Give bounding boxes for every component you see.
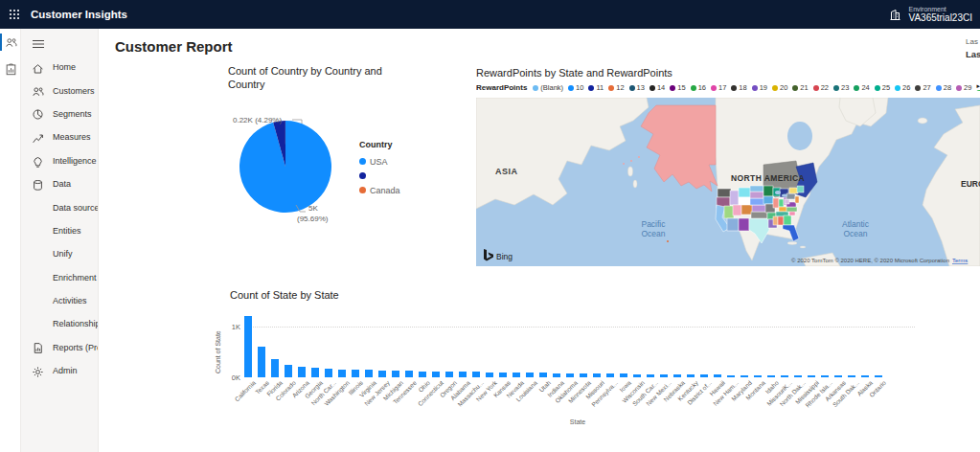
bar-mississippi[interactable] xyxy=(808,375,815,377)
sidebar-item-entities[interactable]: Entities xyxy=(21,219,99,242)
bar-michigan[interactable] xyxy=(392,371,399,377)
sidebar-item-customers[interactable]: Customers xyxy=(21,79,99,102)
bar-nebraska[interactable] xyxy=(673,374,681,377)
bar-massachu[interactable] xyxy=(472,372,480,377)
environment-picker[interactable]: Environment VA365trial23CI xyxy=(889,0,972,29)
map-legend-item-blank[interactable]: (Blank) xyxy=(533,83,563,92)
bing-logo-text: Bing xyxy=(496,252,513,261)
pie-chart[interactable]: 0.22K (4.29%) 5K (95.69%) xyxy=(204,105,453,235)
bar-oklahoma[interactable] xyxy=(566,373,574,377)
map-legend-item-29[interactable]: 29 xyxy=(956,83,971,92)
sidebar-item-reports-preview[interactable]: Reports (Preview) xyxy=(21,336,99,359)
bar-washington[interactable] xyxy=(338,370,346,377)
bar-pennsylva[interactable] xyxy=(606,373,614,377)
map-legend-item-21[interactable]: 21 xyxy=(792,83,808,92)
bar-kentucky[interactable] xyxy=(687,374,695,377)
map-legend-item-17[interactable]: 17 xyxy=(711,83,726,92)
bar-idaho[interactable] xyxy=(767,375,775,377)
bar-rhode-isla[interactable] xyxy=(821,375,829,377)
sidebar-item-relationships[interactable]: Relationships xyxy=(21,312,99,335)
bar-north-car[interactable] xyxy=(325,369,332,377)
pie-legend-item-canada[interactable]: Canada xyxy=(359,183,400,197)
bar-south-dak[interactable] xyxy=(848,375,855,377)
bar-alaska[interactable] xyxy=(861,375,869,377)
bar-texas[interactable] xyxy=(258,347,265,377)
map-legend-item-14[interactable]: 14 xyxy=(650,83,665,92)
sidebar-item-admin[interactable]: Admin xyxy=(21,359,99,382)
sidebar-item-unify[interactable]: Unify xyxy=(21,242,99,265)
map-legend-item-24[interactable]: 24 xyxy=(854,83,869,92)
pie-legend-item-blank[interactable] xyxy=(359,169,400,183)
bar-district-of[interactable] xyxy=(700,374,708,377)
bar-chart-plot-area[interactable] xyxy=(244,316,905,377)
bar-california[interactable] xyxy=(244,316,252,377)
map-terms-link[interactable]: Terms xyxy=(952,258,968,263)
bar-colorado[interactable] xyxy=(285,365,292,377)
bar-arizona[interactable] xyxy=(298,367,306,377)
bar-missourik[interactable] xyxy=(781,375,788,377)
bar-new-mexi[interactable] xyxy=(660,374,668,377)
bar-minnesota[interactable] xyxy=(580,373,587,377)
bar-maryland[interactable] xyxy=(741,375,748,377)
bar-utah[interactable] xyxy=(539,373,547,377)
map-legend-item-19[interactable]: 19 xyxy=(752,83,767,92)
bar-montana[interactable] xyxy=(754,375,762,377)
bar-illinois[interactable] xyxy=(352,370,359,377)
bar-north-dak[interactable] xyxy=(794,375,802,377)
map-point-hawaii[interactable] xyxy=(667,240,669,242)
map-legend-item-10[interactable]: 10 xyxy=(568,83,583,92)
map-legend-item-16[interactable]: 16 xyxy=(691,83,706,92)
map-label-north-america: NORTH AMERICA xyxy=(731,173,805,183)
map-legend-item-28[interactable]: 28 xyxy=(936,83,951,92)
bar-indiana[interactable] xyxy=(553,373,560,377)
map-legend-item-13[interactable]: 13 xyxy=(629,83,645,92)
bar-virginia[interactable] xyxy=(365,370,373,377)
bar-louisiana[interactable] xyxy=(526,373,534,377)
bar-iowa[interactable] xyxy=(620,373,627,377)
pie-slice-usa[interactable] xyxy=(239,121,331,213)
map-legend-item-15[interactable]: 15 xyxy=(670,83,685,92)
map-legend-scroll-arrow-icon[interactable]: ▸ xyxy=(973,82,980,90)
sidebar-item-data[interactable]: Data xyxy=(21,172,99,195)
map-legend-item-23[interactable]: 23 xyxy=(833,83,849,92)
app-launcher-waffle-icon[interactable] xyxy=(0,0,29,29)
bar-south-car[interactable] xyxy=(647,374,654,377)
bar-ohio[interactable] xyxy=(419,372,426,377)
bar-new-ham[interactable] xyxy=(727,375,735,377)
sidebar-item-intelligence[interactable]: Intelligence xyxy=(21,149,99,172)
sidebar-item-activities[interactable]: Activities xyxy=(21,289,99,312)
bar-hawaii[interactable] xyxy=(714,374,721,377)
bar-alabama[interactable] xyxy=(459,372,467,377)
bar-tennessee[interactable] xyxy=(405,371,413,377)
bar-connecticut[interactable] xyxy=(432,372,440,377)
map-legend-item-20[interactable]: 20 xyxy=(772,83,787,92)
bar-missouri[interactable] xyxy=(593,373,601,377)
sidebar-item-home[interactable]: Home xyxy=(21,56,99,79)
bar-oregon[interactable] xyxy=(445,372,453,377)
map-legend-item-27[interactable]: 27 xyxy=(915,83,930,92)
rail-item-analytics[interactable] xyxy=(0,56,21,82)
map-legend-item-11[interactable]: 11 xyxy=(588,83,604,92)
bar-arkansas[interactable] xyxy=(834,375,842,377)
rail-item-customers[interactable] xyxy=(0,29,21,56)
map-legend-item-12[interactable]: 12 xyxy=(608,83,624,92)
bar-wisconsin[interactable] xyxy=(633,374,641,377)
sidebar-item-measures[interactable]: Measures xyxy=(21,125,99,148)
pie-legend-item-usa[interactable]: USA xyxy=(359,154,400,169)
bar-ontario[interactable] xyxy=(875,375,882,377)
sidebar-item-segments[interactable]: Segments xyxy=(21,102,99,125)
bar-florida[interactable] xyxy=(271,359,279,377)
bar-new-york[interactable] xyxy=(486,373,493,377)
map-legend-item-22[interactable]: 22 xyxy=(813,83,829,92)
bar-new-jersey[interactable] xyxy=(378,371,386,377)
sidebar-item-enrichment[interactable]: Enrichment xyxy=(21,266,99,289)
bar-georgia[interactable] xyxy=(311,368,319,377)
world-map[interactable]: ASIA NORTH AMERICA EURO Pacific Ocean At… xyxy=(476,98,980,266)
sidebar-collapse-hamburger-icon[interactable] xyxy=(32,36,49,52)
map-legend-item-25[interactable]: 25 xyxy=(875,83,890,92)
map-legend-item-26[interactable]: 26 xyxy=(895,83,910,92)
sidebar-item-data-sources[interactable]: Data sources xyxy=(21,195,99,218)
map-legend-item-18[interactable]: 18 xyxy=(731,83,746,92)
bar-kansas[interactable] xyxy=(499,373,507,377)
bar-nevada[interactable] xyxy=(513,373,520,377)
